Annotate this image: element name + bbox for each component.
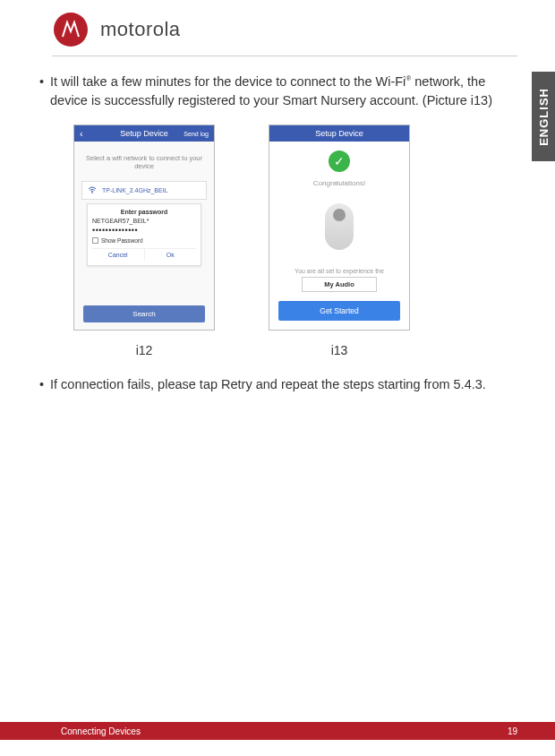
password-buttons: Cancel Ok xyxy=(92,248,196,261)
screenshot-i13: Setup Device ✓ Congratulations! You are … xyxy=(269,125,410,331)
password-field[interactable]: •••••••••••••• xyxy=(92,226,196,235)
i12-title: Setup Device xyxy=(120,129,168,138)
password-title: Enter password xyxy=(92,209,196,215)
experience-text: You are all set to experience the xyxy=(295,268,384,274)
bullet-2: • If connection fails, please tap Retry … xyxy=(38,375,517,394)
bullet-1-text: It will take a few minutes for the devic… xyxy=(50,73,517,110)
footer-page: 19 xyxy=(508,726,517,736)
bullet-dot: • xyxy=(38,73,50,110)
i12-instruction: Select a wifi network to connect to your… xyxy=(80,147,209,177)
wifi-network-row[interactable]: TP-LINK_2.4GHz_BEIL xyxy=(81,181,207,200)
password-network: NETGEAR57_BEIL* xyxy=(92,218,196,224)
bullet-1: • It will take a few minutes for the dev… xyxy=(38,73,517,110)
success-check-icon: ✓ xyxy=(329,150,350,172)
brand-name: motorola xyxy=(100,18,181,41)
i13-titlebar: Setup Device xyxy=(269,125,409,142)
i12-body: Select a wifi network to connect to your… xyxy=(74,142,214,271)
i12-titlebar: ‹ Setup Device Send log xyxy=(74,125,214,142)
bullet-2-text: If connection fails, please tap Retry an… xyxy=(50,375,517,394)
footer-section: Connecting Devices xyxy=(61,726,141,736)
back-icon[interactable]: ‹ xyxy=(80,128,83,139)
congrats-text: Congratulations! xyxy=(313,179,365,187)
myaudio-label: My Audio xyxy=(302,277,376,292)
search-button[interactable]: Search xyxy=(83,305,205,322)
ok-button[interactable]: Ok xyxy=(145,249,197,261)
content-area: • It will take a few minutes for the dev… xyxy=(0,56,555,394)
captions-row: i12 i13 xyxy=(73,338,517,357)
password-dialog: Enter password NETGEAR57_BEIL* •••••••••… xyxy=(87,203,201,266)
send-log-link[interactable]: Send log xyxy=(184,131,209,137)
screenshots-row: ‹ Setup Device Send log Select a wifi ne… xyxy=(73,125,517,331)
bullet-dot: • xyxy=(38,375,50,394)
motorola-logo-icon xyxy=(54,13,88,47)
show-password-label: Show Password xyxy=(101,237,143,244)
language-tab: ENGLISH xyxy=(532,72,555,161)
motorola-m-icon xyxy=(60,19,81,40)
wifi-icon xyxy=(88,185,97,195)
caption-i13: i13 xyxy=(269,343,410,357)
page-header: motorola xyxy=(0,0,555,56)
device-image xyxy=(325,203,354,250)
cancel-button[interactable]: Cancel xyxy=(92,249,145,261)
page-footer: Connecting Devices 19 xyxy=(0,722,555,740)
i13-body: ✓ Congratulations! You are all set to ex… xyxy=(269,142,409,330)
language-tab-label: ENGLISH xyxy=(537,88,551,146)
i13-title: Setup Device xyxy=(315,129,363,138)
svg-point-0 xyxy=(91,192,93,193)
screenshot-i12: ‹ Setup Device Send log Select a wifi ne… xyxy=(73,125,215,331)
caption-i12: i12 xyxy=(73,343,215,357)
get-started-button[interactable]: Get Started xyxy=(278,301,400,321)
show-password-row[interactable]: Show Password xyxy=(92,237,196,244)
show-password-checkbox[interactable] xyxy=(92,237,98,244)
wifi-name: TP-LINK_2.4GHz_BEIL xyxy=(102,187,168,193)
